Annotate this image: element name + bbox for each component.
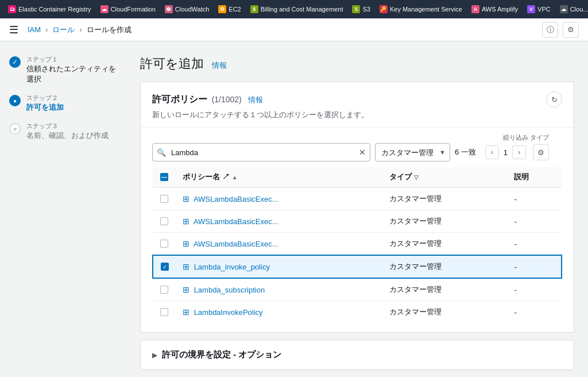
- card-title-area: 許可ポリシー (1/1002) 情報: [152, 94, 263, 106]
- nav-s3[interactable]: S S3: [349, 4, 373, 14]
- row-1-policy-link[interactable]: AWSLambdaBasicExec...: [194, 195, 278, 203]
- table-row: ⊞ AWSLambdaBasicExec... カスタマー管理 -: [153, 233, 562, 256]
- nav-cloudwatch[interactable]: ⌚ CloudWatch: [161, 4, 213, 14]
- filter-type-label: 絞り込み タイプ: [375, 133, 549, 142]
- table-row: ⊞ LambdaInvokePolicy カスタマー管理 -: [153, 301, 562, 324]
- step-2-label: ステップ２: [26, 94, 64, 102]
- row-5-name-cell: ⊞ Lambda_subscription: [176, 278, 382, 301]
- row-6-name-cell: ⊞ LambdaInvokePolicy: [176, 301, 382, 324]
- table-row-selected: ✓ ⊞ Lambda_invoke_policy カスタマー管理 -: [153, 255, 562, 278]
- row-3-name-cell: ⊞ AWSLambdaBasicExec...: [176, 233, 382, 256]
- step-1-label: ステップ１: [26, 55, 117, 64]
- filter-select-wrap: カスタマー管理 AWS 管理 インライン ▼: [375, 143, 450, 161]
- step-1: ✓ ステップ１ 信頼されたエンティティを選択: [9, 55, 117, 84]
- row-1-desc-cell: -: [507, 187, 562, 210]
- breadcrumb-sep-2: ›: [79, 25, 82, 34]
- row-6-policy-link[interactable]: LambdaInvokePolicy: [194, 308, 263, 317]
- pagination: ‹ 1 ›: [485, 145, 526, 159]
- row-2-checkbox[interactable]: [160, 217, 168, 225]
- clear-search-button[interactable]: ✕: [359, 148, 366, 157]
- step-2-indicator: ●: [9, 95, 21, 106]
- nav-billing[interactable]: $ Billing and Cost Management: [247, 4, 347, 14]
- th-description: 説明: [507, 167, 562, 187]
- page-info-link[interactable]: 情報: [212, 61, 227, 70]
- type-filter-icon[interactable]: ▽: [414, 174, 419, 180]
- row-3-expand-icon[interactable]: ⊞: [183, 239, 189, 248]
- row-1-type-cell: カスタマー管理: [382, 187, 507, 210]
- row-4-type-cell: カスタマー管理: [382, 255, 507, 278]
- match-count: 6 一致: [455, 147, 476, 157]
- filter-select[interactable]: カスタマー管理 AWS 管理 インライン: [375, 143, 450, 161]
- optional-section[interactable]: ▶ 許可の境界を設定 - オプション: [140, 340, 574, 370]
- sidebar: ✓ ステップ１ 信頼されたエンティティを選択 ● ステップ２ 許可を追加 ○ ス…: [0, 41, 126, 377]
- row-6-checkbox-cell: [153, 301, 176, 324]
- permission-policy-card: 許可ポリシー (1/1002) 情報 ↻ 新しいロールにアタッチする１つ以上のポ…: [140, 82, 574, 333]
- settings-button[interactable]: ⚙: [563, 22, 579, 38]
- row-3-policy-link[interactable]: AWSLambdaBasicExec...: [194, 240, 278, 248]
- nav-cloud-other[interactable]: ☁ Clou...: [556, 4, 588, 14]
- row-6-expand-icon[interactable]: ⊞: [183, 307, 189, 317]
- row-4-desc-cell: -: [507, 255, 562, 278]
- kms-icon: 🔑: [380, 5, 388, 13]
- breadcrumb-sep-1: ›: [45, 25, 48, 34]
- info-button[interactable]: ⓘ: [542, 22, 558, 38]
- row-5-checkbox-cell: [153, 278, 176, 301]
- row-2-expand-icon[interactable]: ⊞: [183, 217, 189, 226]
- sort-icon[interactable]: ▲: [232, 174, 238, 180]
- page-prev-button[interactable]: ‹: [485, 145, 499, 159]
- ec2-icon: ⚙: [218, 5, 226, 13]
- optional-title: 許可の境界を設定 - オプション: [162, 349, 281, 360]
- menu-toggle-button[interactable]: ☰: [9, 24, 18, 36]
- row-2-desc-cell: -: [507, 210, 562, 233]
- filter-row: 🔍 ✕ 絞り込み タイプ カスタマー管理 AWS 管理 インライン: [141, 128, 574, 167]
- row-1-checkbox-cell: [153, 187, 176, 210]
- table-header-row: — ポリシー名 ↗ ▲ タイプ: [153, 167, 562, 187]
- row-1-checkbox[interactable]: [160, 195, 168, 203]
- nav-ec2[interactable]: ⚙ EC2: [215, 4, 244, 14]
- row-6-checkbox[interactable]: [160, 308, 168, 316]
- row-3-checkbox[interactable]: [160, 240, 168, 248]
- step-2: ● ステップ２ 許可を追加: [9, 94, 117, 113]
- cloudformation-icon: ☁: [100, 5, 109, 13]
- nav-vpc[interactable]: V VPC: [524, 4, 554, 14]
- breadcrumb-actions: ⓘ ⚙: [542, 22, 579, 38]
- row-2-policy-link[interactable]: AWSLambdaBasicExec...: [194, 217, 278, 226]
- refresh-button[interactable]: ↻: [546, 91, 562, 107]
- top-navigation: 🗂 Elastic Container Registry ☁ CloudForm…: [0, 0, 588, 18]
- nav-ecr[interactable]: 🗂 Elastic Container Registry: [5, 4, 95, 14]
- nav-cloudformation[interactable]: ☁ CloudFormation: [97, 4, 159, 14]
- breadcrumb-roles[interactable]: ロール: [52, 25, 75, 35]
- row-6-desc-cell: -: [507, 301, 562, 324]
- search-input[interactable]: [152, 143, 370, 161]
- row-2-type-cell: カスタマー管理: [382, 210, 507, 233]
- s3-icon: S: [352, 5, 360, 13]
- filter-controls: カスタマー管理 AWS 管理 インライン ▼ 6 一致 ‹ 1 ›: [375, 143, 549, 161]
- nav-amplify[interactable]: A AWS Amplify: [468, 4, 521, 14]
- row-1-expand-icon[interactable]: ⊞: [183, 194, 189, 203]
- row-4-expand-icon[interactable]: ⊞: [183, 262, 189, 271]
- select-all-checkbox[interactable]: —: [160, 173, 168, 181]
- page-title: 許可を追加 情報: [140, 55, 574, 72]
- card-count: (1/1002): [212, 95, 242, 104]
- row-5-expand-icon[interactable]: ⊞: [183, 285, 189, 294]
- row-4-checkbox[interactable]: ✓: [161, 263, 169, 271]
- step-3-title: 名前、確認、および作成: [26, 130, 109, 141]
- billing-icon: $: [250, 5, 258, 13]
- card-header: 許可ポリシー (1/1002) 情報 ↻ 新しいロールにアタッチする１つ以上のポ…: [141, 82, 574, 128]
- column-settings-button[interactable]: ⚙: [533, 144, 549, 160]
- cloudwatch-icon: ⌚: [165, 5, 173, 13]
- row-5-checkbox[interactable]: [160, 286, 168, 294]
- table-row: ⊞ AWSLambdaBasicExec... カスタマー管理 -: [153, 187, 562, 210]
- row-3-checkbox-cell: [153, 233, 176, 256]
- breadcrumb-iam[interactable]: IAM: [28, 25, 41, 34]
- row-5-policy-link[interactable]: Lambda_subscription: [194, 286, 265, 294]
- row-1-name-cell: ⊞ AWSLambdaBasicExec...: [176, 187, 382, 210]
- nav-kms[interactable]: 🔑 Key Management Service: [376, 4, 466, 14]
- row-3-type-cell: カスタマー管理: [382, 233, 507, 256]
- card-info-link[interactable]: 情報: [248, 95, 263, 104]
- page-next-button[interactable]: ›: [512, 145, 526, 159]
- table-container: — ポリシー名 ↗ ▲ タイプ: [141, 167, 574, 332]
- step-2-content: ステップ２ 許可を追加: [26, 94, 64, 113]
- row-4-policy-link[interactable]: Lambda_invoke_policy: [194, 263, 270, 271]
- card-subtitle: 新しいロールにアタッチする１つ以上のポリシーを選択します。: [152, 110, 562, 120]
